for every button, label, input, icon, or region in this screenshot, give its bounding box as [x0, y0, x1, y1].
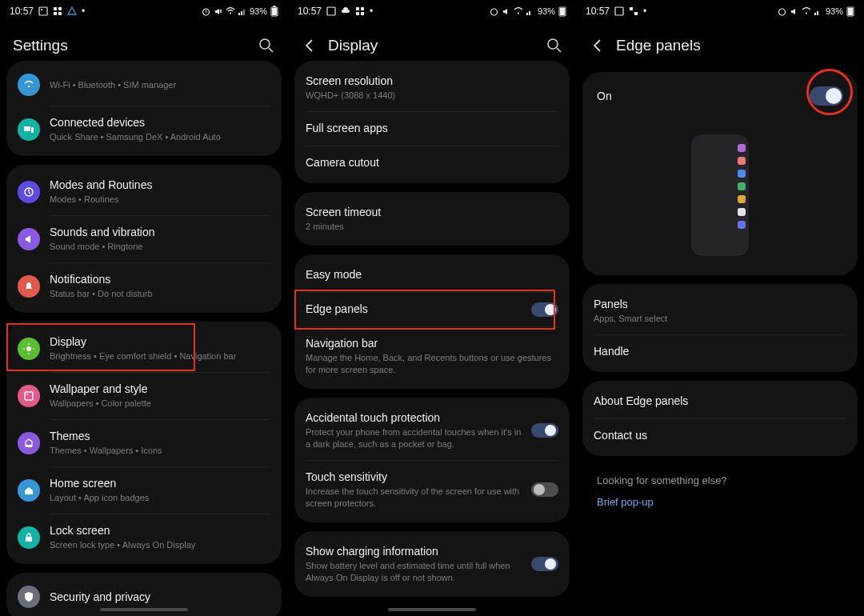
svg-point-1 [41, 9, 42, 10]
row-navigation-bar[interactable]: Navigation bar Manage the Home, Back, an… [294, 326, 570, 386]
signal-icon [526, 7, 534, 15]
back-button[interactable] [301, 37, 318, 54]
row-fullscreen-apps[interactable]: Full screen apps [294, 111, 570, 146]
svg-rect-35 [356, 12, 359, 15]
charging-info-toggle[interactable] [531, 557, 558, 571]
svg-point-37 [490, 9, 497, 15]
display-group: Accidental touch protection Protect your… [294, 398, 570, 522]
row-subtitle: 2 minutes [306, 221, 558, 233]
battery-percent: 93% [538, 6, 555, 16]
row-title: Screen resolution [306, 74, 558, 89]
settings-row-connections[interactable]: Wi-Fi • Bluetooth • SIM manager [6, 64, 282, 106]
search-button[interactable] [546, 37, 563, 54]
link-brief-popup[interactable]: Brief pop-up [582, 488, 858, 521]
row-screen-resolution[interactable]: Screen resolution WQHD+ (3088 x 1440) [294, 64, 570, 111]
search-button[interactable] [258, 37, 275, 54]
edge-master-toggle[interactable] [810, 86, 843, 106]
svg-rect-13 [243, 10, 245, 15]
row-title: Handle [594, 344, 846, 359]
settings-row-homescreen[interactable]: Home screen Layout • App icon badges [6, 466, 282, 514]
battery-percent: 93% [250, 6, 267, 16]
row-subtitle: Show battery level and estimated time un… [306, 560, 525, 584]
preview-dot [738, 221, 746, 229]
alarm-icon [202, 7, 210, 16]
row-title: Edge panels [306, 302, 525, 317]
settings-row-notifications[interactable]: Notifications Status bar • Do not distur… [6, 262, 282, 310]
gesture-pill[interactable] [388, 608, 476, 611]
svg-point-17 [260, 39, 270, 49]
row-handle[interactable]: Handle [582, 334, 858, 369]
row-panels[interactable]: Panels Apps, Smart select [582, 287, 858, 334]
row-charging-info[interactable]: Show charging information Show battery l… [294, 534, 570, 594]
svg-rect-34 [361, 7, 364, 10]
settings-row-lockscreen[interactable]: Lock screen Screen lock type • Always On… [6, 514, 282, 561]
settings-row-wallpaper[interactable]: Wallpaper and style Wallpapers • Color p… [6, 372, 282, 419]
row-touch-sensitivity[interactable]: Touch sensitivity Increase the touch sen… [294, 460, 570, 519]
svg-rect-42 [560, 8, 565, 15]
svg-rect-30 [26, 445, 32, 447]
preview-dot [738, 170, 746, 178]
settings-row-display[interactable]: Display Brightness • Eye comfort shield … [6, 325, 282, 372]
display-group: Easy mode Edge panels Navigation bar Man… [294, 254, 570, 389]
back-button[interactable] [589, 37, 606, 54]
row-title: Full screen apps [306, 121, 558, 136]
battery-icon [558, 6, 566, 17]
row-edge-panels[interactable]: Edge panels [294, 292, 570, 326]
status-time: 10:57 [10, 6, 34, 17]
touch-sensitivity-toggle[interactable] [531, 482, 558, 497]
row-title: Modes and Routines [50, 178, 270, 193]
svg-rect-15 [274, 6, 276, 7]
svg-point-49 [806, 13, 807, 14]
accidental-touch-toggle[interactable] [531, 423, 558, 438]
drive-icon [67, 6, 77, 16]
svg-rect-36 [361, 12, 364, 15]
picture-icon [614, 6, 624, 16]
svg-rect-3 [58, 7, 62, 10]
settings-row-connected-devices[interactable]: Connected devices Quick Share • Samsung … [6, 106, 282, 153]
row-easy-mode[interactable]: Easy mode [294, 258, 570, 292]
row-subtitle: WQHD+ (3088 x 1440) [306, 90, 558, 102]
svg-rect-50 [814, 13, 816, 15]
row-about[interactable]: About Edge panels [582, 384, 858, 418]
signal-icon [814, 7, 822, 15]
apps-icon [629, 6, 638, 16]
lock-icon [18, 526, 40, 549]
svg-point-38 [518, 13, 519, 14]
settings-row-sounds[interactable]: Sounds and vibration Sound mode • Ringto… [6, 215, 282, 262]
chevron-left-icon [590, 38, 605, 53]
page-title: Settings [13, 37, 248, 54]
row-camera-cutout[interactable]: Camera cutout [294, 146, 570, 180]
row-subtitle: Themes • Wallpapers • Icons [50, 445, 270, 457]
row-edge-on[interactable]: On [582, 72, 858, 120]
svg-point-43 [548, 39, 558, 49]
row-title: Sounds and vibration [50, 225, 270, 240]
status-bar: 10:57 • 93% [0, 0, 288, 22]
row-subtitle: Brightness • Eye comfort shield • Naviga… [50, 350, 270, 362]
svg-point-19 [28, 86, 30, 88]
row-title: Security and privacy [50, 590, 270, 605]
row-title: Contact us [594, 428, 846, 443]
edge-panels-toggle[interactable] [531, 302, 558, 317]
wifi-icon [514, 7, 523, 15]
battery-icon [270, 6, 278, 17]
battery-percent: 93% [826, 6, 843, 16]
settings-row-themes[interactable]: Themes Themes • Wallpapers • Icons [6, 419, 282, 466]
svg-point-48 [778, 9, 785, 15]
row-contact[interactable]: Contact us [582, 418, 858, 453]
edge-panel-preview [582, 120, 858, 275]
settings-row-modes[interactable]: Modes and Routines Modes • Routines [6, 168, 282, 215]
row-title: Touch sensitivity [306, 470, 525, 485]
preview-dot [738, 144, 746, 152]
edge-on-card: On [582, 72, 858, 275]
gesture-pill[interactable] [100, 608, 188, 611]
row-subtitle: Screen lock type • Always On Display [50, 539, 270, 551]
row-title: Wallpaper and style [50, 382, 270, 397]
row-title: Home screen [50, 476, 270, 491]
svg-rect-16 [272, 8, 277, 15]
svg-line-44 [557, 48, 561, 52]
status-bar: 10:57 • 93% [288, 0, 576, 22]
row-screen-timeout[interactable]: Screen timeout 2 minutes [294, 195, 570, 242]
row-title: Themes [50, 429, 270, 444]
row-accidental-touch[interactable]: Accidental touch protection Protect your… [294, 401, 570, 460]
mute-icon [502, 7, 510, 16]
